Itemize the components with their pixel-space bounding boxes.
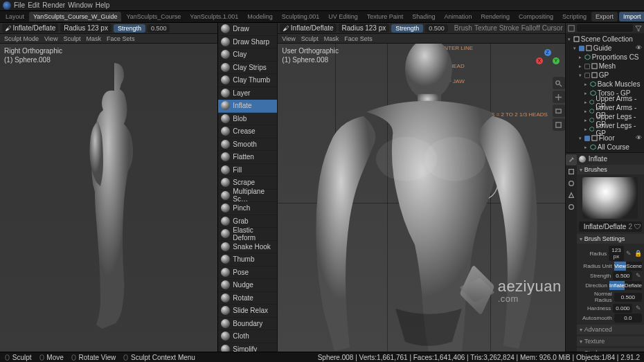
collection-checkbox[interactable]: [584, 64, 590, 69]
brush-item[interactable]: Flatten: [218, 151, 277, 164]
import-button[interactable]: Import: [619, 12, 644, 21]
workspace-tab[interactable]: Texture Paint: [363, 12, 408, 21]
strength-field[interactable]: 0.500: [147, 24, 170, 33]
brush-item[interactable]: Clay Thumb: [218, 74, 277, 87]
brush-dropdown[interactable]: Inflate/Deflate 2 🛡 ✕: [579, 221, 642, 232]
workspace-tab[interactable]: Rendering: [476, 12, 514, 21]
brush-item[interactable]: Clay: [218, 48, 277, 62]
radius-value[interactable]: 123 px: [609, 246, 623, 261]
visibility-icon[interactable]: 👁: [636, 45, 642, 51]
workspace-tab[interactable]: Sculpting.001: [278, 12, 324, 21]
viewport-canvas[interactable]: User Orthographic (1) Sphere.008 X Y Z: [278, 44, 564, 362]
workspace-tab[interactable]: Modeling: [243, 12, 277, 21]
workspace-tab[interactable]: YanSculpts.1.001: [186, 12, 242, 21]
lock-icon[interactable]: 🔒: [634, 250, 642, 257]
menu-brush[interactable]: Brush: [454, 24, 472, 32]
brush-item[interactable]: Blob: [218, 113, 277, 126]
brush-item[interactable]: Pose: [218, 266, 277, 280]
tree-node[interactable]: ▾GP: [566, 71, 644, 80]
strength-field[interactable]: 0.500: [425, 24, 448, 33]
menu-mask[interactable]: Mask: [324, 35, 339, 42]
tool-tab-icon[interactable]: [566, 154, 577, 165]
pressure-icon[interactable]: ✎: [626, 250, 632, 257]
tree-root[interactable]: ▾ Scene Collection: [566, 35, 644, 44]
collection-checkbox[interactable]: [584, 73, 590, 78]
brush-item[interactable]: Inflate: [218, 100, 277, 113]
brush-item[interactable]: Fill: [218, 164, 277, 177]
brushes-section[interactable]: Brushes: [577, 165, 644, 174]
subpanel[interactable]: Advanced: [577, 325, 644, 334]
menu-sculpt[interactable]: Sculpt: [63, 35, 80, 42]
outliner-search[interactable]: [577, 24, 633, 32]
menu-facesets[interactable]: Face Sets: [344, 35, 373, 42]
mode-selector[interactable]: Sculpt Mode: [4, 35, 39, 42]
menu-render[interactable]: Render: [42, 1, 65, 9]
render-tab-icon[interactable]: [566, 166, 577, 177]
workspace-tab[interactable]: YanSculpts_Course_W_Guide: [29, 12, 121, 21]
collection-checkbox[interactable]: [584, 136, 590, 141]
viewport-canvas[interactable]: Right Orthographic (1) Sphere.008: [0, 44, 217, 362]
brush-item[interactable]: Clay Strips: [218, 62, 277, 75]
brush-item[interactable]: Nudge: [218, 279, 277, 292]
tree-node[interactable]: ▾Guide👁: [566, 44, 644, 53]
brush-mode-dropdown[interactable]: 🖌 Inflate/Deflate: [280, 24, 336, 33]
export-button[interactable]: Export: [591, 12, 618, 21]
menu-file[interactable]: File: [14, 1, 25, 9]
normal-radius-value[interactable]: 0.500: [614, 293, 642, 302]
strength-value[interactable]: 0.500: [613, 271, 632, 280]
hardness-value[interactable]: 0.000: [613, 304, 632, 313]
workspace-tab[interactable]: Compositing: [515, 12, 557, 21]
menu-edit[interactable]: Edit: [28, 1, 39, 9]
fake-user-icon[interactable]: 🛡: [634, 223, 641, 230]
tree-node[interactable]: ▸Back Muscles: [566, 80, 644, 89]
menu-falloff[interactable]: Falloff: [521, 24, 540, 32]
workspace-tab[interactable]: UV Editing: [324, 12, 362, 21]
tree-node[interactable]: ▸Mesh: [566, 62, 644, 71]
brush-item[interactable]: Smooth: [218, 138, 277, 152]
brush-settings-section[interactable]: Brush Settings: [577, 234, 644, 244]
radius-field[interactable]: Radius 123 px: [60, 24, 111, 33]
workspace-tab[interactable]: Scripting: [558, 12, 591, 21]
brush-item[interactable]: Multiplane Sc…: [218, 190, 277, 203]
brush-item[interactable]: Thumb: [218, 253, 277, 266]
brush-item[interactable]: Draw: [218, 23, 277, 36]
brush-item[interactable]: Snake Hook: [218, 241, 277, 254]
menu-view[interactable]: View: [282, 35, 295, 42]
scene-tab-icon[interactable]: [566, 190, 577, 201]
brush-thumbnail[interactable]: [582, 177, 638, 219]
collection-checkbox[interactable]: [579, 46, 584, 51]
menu-facesets[interactable]: Face Sets: [107, 35, 135, 42]
brush-item[interactable]: Layer: [218, 87, 277, 100]
workspace-tab[interactable]: Layout: [1, 12, 28, 21]
autosmooth-value[interactable]: 0.0: [614, 314, 642, 323]
radius-unit-toggle[interactable]: ViewScene: [614, 262, 642, 271]
brush-item[interactable]: Elastic Deform: [218, 228, 277, 241]
workspace-tab[interactable]: YanSculpts_Course: [122, 12, 185, 21]
output-tab-icon[interactable]: [566, 178, 577, 189]
brush-item[interactable]: Cloth: [218, 330, 277, 343]
menu-stroke[interactable]: Stroke: [499, 24, 519, 32]
direction-toggle[interactable]: InflateDeflate: [609, 281, 642, 290]
brush-item[interactable]: Slide Relax: [218, 305, 277, 318]
brush-item[interactable]: Pinch: [218, 202, 277, 215]
subpanel[interactable]: Texture: [577, 336, 644, 346]
menu-view[interactable]: View: [44, 35, 57, 42]
tree-node[interactable]: ▸All Course: [566, 143, 644, 152]
workspace-tab[interactable]: Animation: [440, 12, 476, 21]
brush-item[interactable]: Draw Sharp: [218, 36, 277, 49]
filter-icon[interactable]: [635, 25, 642, 32]
tree-node[interactable]: ▸Lower Legs - GP: [566, 125, 644, 134]
menu-cursor[interactable]: Cursor: [542, 24, 563, 32]
menu-help[interactable]: Help: [96, 1, 110, 9]
pressure-icon[interactable]: ✎: [634, 305, 642, 312]
brush-item[interactable]: Crease: [218, 125, 277, 138]
menu-mask[interactable]: Mask: [86, 35, 101, 42]
menu-window[interactable]: Window: [68, 1, 93, 9]
strength-button[interactable]: Strength: [114, 24, 145, 33]
brush-mode-dropdown[interactable]: 🖌 Inflate/Deflate: [2, 24, 58, 33]
menu-sculpt[interactable]: Sculpt: [301, 35, 319, 42]
menu-texture[interactable]: Texture: [474, 24, 497, 32]
brush-item[interactable]: Boundary: [218, 318, 277, 331]
tree-node[interactable]: ▸Proportions CS: [566, 53, 644, 62]
visibility-icon[interactable]: 👁: [636, 135, 642, 141]
